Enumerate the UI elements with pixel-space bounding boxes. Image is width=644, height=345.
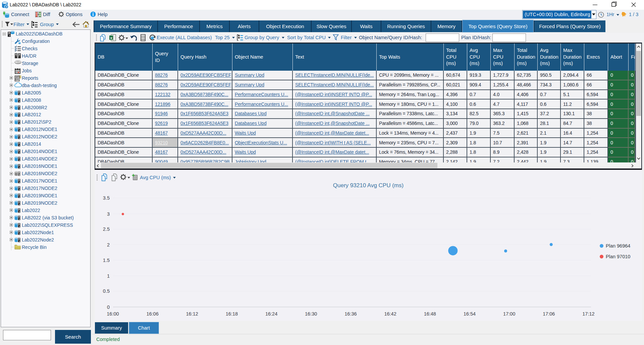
- svg-text:16:36: 16:36: [344, 311, 357, 317]
- svg-text:17:12: 17:12: [582, 311, 594, 317]
- svg-text:17:06: 17:06: [543, 311, 555, 317]
- svg-text:Plan 97010: Plan 97010: [606, 254, 630, 259]
- svg-text:Plan 96964: Plan 96964: [606, 243, 630, 249]
- svg-text:?: ?: [5, 5, 7, 9]
- svg-text:2: 2: [107, 242, 110, 248]
- svg-text:16:30: 16:30: [305, 311, 317, 317]
- svg-text:0.5: 0.5: [103, 288, 110, 294]
- svg-text:3.5: 3.5: [103, 195, 110, 201]
- svg-text:16:12: 16:12: [186, 311, 198, 317]
- svg-text:x: x: [110, 36, 112, 40]
- svg-text:0: 0: [107, 304, 110, 310]
- svg-text:2.5: 2.5: [103, 226, 110, 232]
- svg-text:16:42: 16:42: [384, 311, 396, 317]
- svg-text:16:54: 16:54: [464, 311, 476, 317]
- svg-text:16:24: 16:24: [265, 311, 277, 317]
- svg-text:16:18: 16:18: [226, 311, 238, 317]
- svg-text:1: 1: [107, 273, 110, 279]
- svg-text:16:06: 16:06: [146, 311, 158, 317]
- svg-text:17:00: 17:00: [503, 311, 515, 317]
- svg-text:16:00: 16:00: [107, 311, 119, 317]
- svg-text:16:48: 16:48: [424, 311, 436, 317]
- svg-text:3: 3: [107, 211, 110, 217]
- svg-text:1.5: 1.5: [103, 258, 110, 263]
